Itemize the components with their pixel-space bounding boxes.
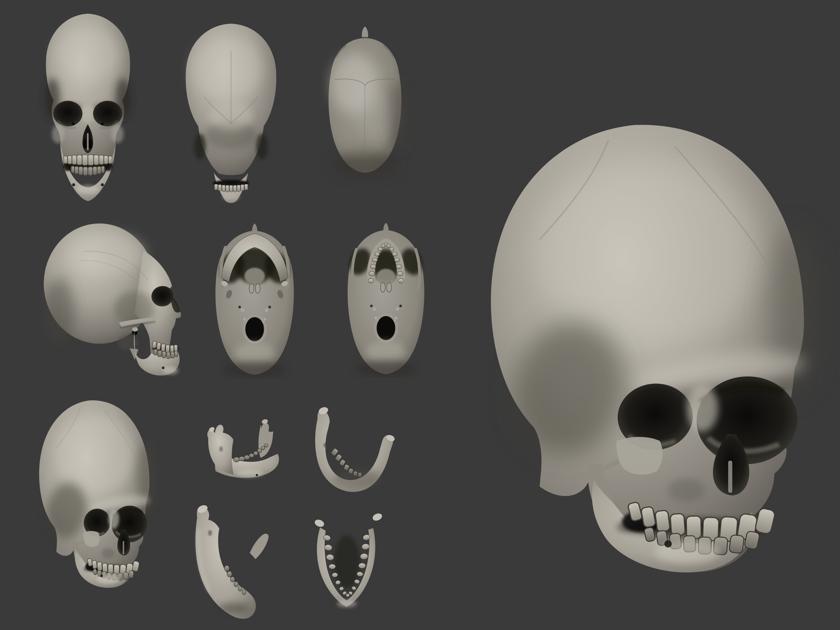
skull-top-view <box>313 24 416 186</box>
skull-bottom-view-no-jaw <box>334 221 438 378</box>
mandible-back-view <box>304 406 402 498</box>
skull-bottom-view-with-jaw <box>201 221 309 379</box>
skull-front-view <box>32 10 144 205</box>
skull-three-quarter-large <box>471 120 838 576</box>
mandible-side-view <box>183 502 282 622</box>
mandible-three-quarter-view <box>194 405 284 484</box>
mandible-top-view <box>303 508 394 614</box>
skull-three-quarter-small <box>32 398 161 589</box>
skull-side-view <box>39 218 182 376</box>
skull-back-view <box>167 20 295 206</box>
sculpt-render-canvas <box>0 0 840 630</box>
